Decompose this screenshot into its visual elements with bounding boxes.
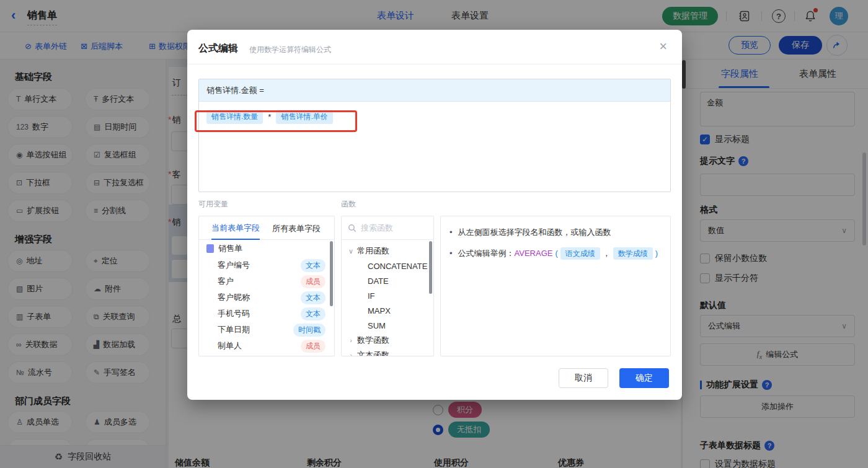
- functions-label: 函数: [341, 199, 356, 210]
- functions-scrollbar[interactable]: [429, 241, 432, 294]
- help-panel: •从左侧面板选择字段名和函数，或输入函数 • 公式编辑举例：AVERAGE(语文…: [440, 216, 671, 356]
- modal-title: 公式编辑: [198, 42, 238, 55]
- app-root: ‹ 销售单 表单设计 表单设置 数据管理 ? 理 ⊘表单外链 ⊠后端脚本 ⊞数据…: [0, 0, 868, 468]
- functions-list: ∨常用函数 CONCATENATE DATE IF MAPX SUM ›数学函数…: [342, 240, 433, 356]
- variable-row[interactable]: 客户 成员: [199, 273, 334, 289]
- form-doc-icon: [206, 244, 214, 253]
- variable-type-badge: 文本: [301, 291, 326, 304]
- function-row[interactable]: IF: [342, 288, 433, 303]
- function-row[interactable]: ›数学函数: [342, 333, 433, 348]
- variable-type-badge: 成员: [301, 275, 326, 288]
- formula-token[interactable]: 销售详情.数量: [206, 110, 263, 124]
- function-row[interactable]: SUM: [342, 318, 433, 333]
- search-icon: [348, 224, 356, 232]
- variables-scrollbar[interactable]: [330, 241, 333, 306]
- function-row[interactable]: CONCATENATE: [342, 258, 433, 273]
- variable-name: 客户昵称: [218, 292, 250, 303]
- tree-chevron-icon: ›: [347, 337, 355, 344]
- cancel-button[interactable]: 取消: [559, 368, 608, 388]
- variable-row[interactable]: 手机号码 文本: [199, 306, 334, 322]
- tab-current-form-fields[interactable]: 当前表单字段: [211, 216, 260, 240]
- bullet-icon: •: [450, 247, 453, 260]
- tree-root-form[interactable]: 销售单: [199, 240, 334, 257]
- variable-type-badge: 时间戳: [293, 324, 326, 337]
- formula-editor: 销售详情.金额 = 销售详情.数量*销售详情.单价: [198, 79, 671, 192]
- help-line-2: • 公式编辑举例：AVERAGE(语文成绩，数学成绩): [450, 247, 665, 260]
- example-chip: 语文成绩: [560, 247, 600, 260]
- variables-label: 可用变量: [198, 199, 228, 210]
- close-icon[interactable]: ×: [659, 38, 667, 55]
- variable-row[interactable]: 客户编号 文本: [199, 257, 334, 273]
- help-line-1: •从左侧面板选择字段名和函数，或输入函数: [450, 226, 665, 239]
- formula-token[interactable]: *: [268, 112, 271, 121]
- function-search: [342, 216, 433, 240]
- formula-expression[interactable]: 销售详情.数量*销售详情.单价: [199, 102, 670, 132]
- bullet-icon: •: [450, 226, 453, 239]
- tab-all-form-fields[interactable]: 所有表单字段: [272, 217, 321, 239]
- tree-chevron-icon: ∨: [347, 247, 355, 255]
- variable-name: 客户: [218, 276, 234, 287]
- function-row[interactable]: DATE: [342, 273, 433, 288]
- functions-panel: ∨常用函数 CONCATENATE DATE IF MAPX SUM ›数学函数…: [341, 216, 434, 356]
- function-search-input[interactable]: [361, 223, 423, 232]
- variable-name: 客户编号: [218, 260, 250, 271]
- divider: [187, 64, 682, 64]
- variable-row[interactable]: 下单日期 时间戳: [199, 322, 334, 338]
- function-row[interactable]: MAPX: [342, 303, 433, 318]
- formula-editor-modal: 公式编辑 使用数学运算符编辑公式 × 销售详情.金额 = 销售详情.数量*销售详…: [187, 30, 682, 400]
- formula-token[interactable]: 销售详情.单价: [276, 110, 332, 124]
- formula-target: 销售详情.金额 =: [199, 79, 670, 102]
- modal-subtitle: 使用数学运算符编辑公式: [249, 45, 331, 55]
- variable-name: 手机号码: [218, 308, 250, 319]
- variable-type-badge: 文本: [301, 259, 326, 272]
- function-row[interactable]: ›文本函数: [342, 348, 433, 356]
- variable-row[interactable]: 制单人 成员: [199, 338, 334, 354]
- variable-name: 下单日期: [218, 324, 250, 335]
- function-row[interactable]: ∨常用函数: [342, 244, 433, 258]
- tree-chevron-icon: ›: [347, 351, 355, 356]
- variables-list: 客户编号 文本 客户 成员 客户昵称 文本 手机号码: [199, 257, 334, 354]
- confirm-button[interactable]: 确定: [619, 368, 669, 388]
- variable-name: 制单人: [218, 340, 242, 351]
- variable-type-badge: 文本: [301, 307, 326, 320]
- example-chip: 数学成绩: [613, 247, 653, 260]
- variables-panel: 当前表单字段 所有表单字段 销售单 客户编号 文本 客户 成员: [198, 216, 335, 356]
- variable-type-badge: 成员: [301, 340, 326, 353]
- example-function-name: AVERAGE: [515, 249, 553, 258]
- variables-tabs: 当前表单字段 所有表单字段: [199, 216, 334, 240]
- variable-row[interactable]: 客户昵称 文本: [199, 289, 334, 306]
